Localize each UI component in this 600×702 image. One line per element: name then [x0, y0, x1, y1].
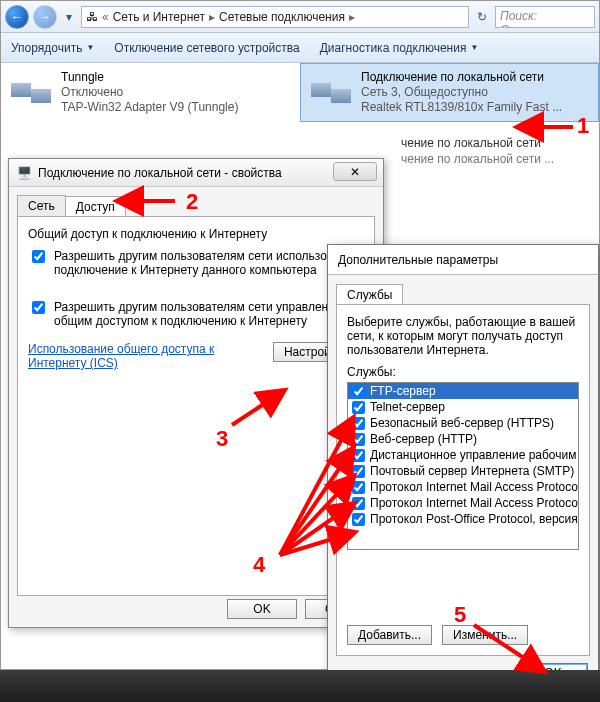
service-checkbox[interactable]: [352, 497, 365, 510]
adapter-icon: [11, 75, 51, 111]
refresh-icon[interactable]: ↻: [477, 10, 487, 24]
service-row[interactable]: Протокол Internet Mail Access Protocol, …: [348, 479, 578, 495]
hidden-conn-name: чение по локальной сети: [1, 122, 599, 150]
network-icon: 🖧: [86, 10, 98, 24]
nav-bar: ← → ▾ 🖧 « Сеть и Интернет ▸ Сетевые подк…: [1, 1, 599, 33]
adapter-small-icon: 🖥️: [17, 166, 32, 180]
service-checkbox[interactable]: [352, 481, 365, 494]
services-label: Службы:: [347, 365, 579, 379]
services-help-text: Выберите службы, работающие в вашей сети…: [347, 315, 579, 357]
allow-control-label: Разрешить другим пользователям сети упра…: [54, 300, 364, 328]
back-button[interactable]: ←: [5, 5, 29, 29]
service-name: FTP-сервер: [370, 384, 436, 398]
allow-connection-label: Разрешить другим пользователям сети испо…: [54, 249, 364, 277]
tabs: Сеть Доступ: [17, 195, 375, 216]
service-name: Дистанционное управление рабочим столом: [370, 448, 579, 462]
conn-device: Realtek RTL8139/810x Family Fast ...: [361, 100, 562, 115]
conn-name: Подключение по локальной сети: [361, 70, 562, 85]
service-row[interactable]: Протокол Post-Office Protocol, версия 3 …: [348, 511, 578, 527]
service-checkbox[interactable]: [352, 449, 365, 462]
service-name: Почтовый сервер Интернета (SMTP): [370, 464, 574, 478]
connection-item-lan[interactable]: Подключение по локальной сети Сеть 3, Об…: [300, 63, 599, 122]
edit-service-button[interactable]: Изменить...: [442, 625, 528, 645]
service-checkbox[interactable]: [352, 433, 365, 446]
search-input[interactable]: Поиск: Сетевые: [495, 6, 595, 28]
taskbar[interactable]: [0, 670, 600, 702]
conn-status: Сеть 3, Общедоступно: [361, 85, 562, 100]
bc-sep-left: «: [102, 10, 109, 24]
service-checkbox[interactable]: [352, 401, 365, 414]
close-button[interactable]: ✕: [333, 162, 377, 181]
breadcrumb[interactable]: 🖧 « Сеть и Интернет ▸ Сетевые подключени…: [81, 6, 469, 28]
ics-link[interactable]: Использование общего доступа к Интернету…: [28, 342, 218, 370]
additional-params-dialog: Дополнительные параметры Службы Выберите…: [327, 244, 599, 694]
service-row[interactable]: Дистанционное управление рабочим столом: [348, 447, 578, 463]
connection-item-tunngle[interactable]: Tunngle Отключено TAP-Win32 Adapter V9 (…: [1, 63, 300, 122]
service-name: Безопасный веб-сервер (HTTPS): [370, 416, 554, 430]
ok-button[interactable]: OK: [227, 599, 297, 619]
service-name: Telnet-сервер: [370, 400, 445, 414]
service-row[interactable]: Веб-сервер (HTTP): [348, 431, 578, 447]
nav-history-dropdown[interactable]: ▾: [61, 5, 77, 29]
service-checkbox[interactable]: [352, 513, 365, 526]
dialog-title: 🖥️ Подключение по локальной сети - свойс…: [9, 159, 383, 187]
bc-sep: ▸: [209, 10, 215, 24]
tab-pane-share: Общий доступ к подключению к Интернету Р…: [17, 216, 375, 596]
dialog2-title: Дополнительные параметры: [328, 245, 598, 275]
services-list[interactable]: FTP-сервер Telnet-сервер Безопасный веб-…: [347, 382, 579, 550]
tab-share[interactable]: Доступ: [65, 196, 126, 217]
disable-device-button[interactable]: Отключение сетевого устройства: [114, 41, 299, 55]
service-name: Веб-сервер (HTTP): [370, 432, 477, 446]
breadcrumb-item[interactable]: Сетевые подключения: [219, 10, 345, 24]
forward-button[interactable]: →: [33, 5, 57, 29]
connections-list: Tunngle Отключено TAP-Win32 Adapter V9 (…: [1, 63, 599, 122]
tab-services[interactable]: Службы: [336, 284, 403, 305]
service-name: Протокол Post-Office Protocol, версия 3 …: [370, 512, 579, 526]
command-bar: Упорядочить▼ Отключение сетевого устройс…: [1, 33, 599, 63]
conn-status: Отключено: [61, 85, 238, 100]
allow-connection-checkbox[interactable]: [32, 250, 45, 263]
add-service-button[interactable]: Добавить...: [347, 625, 432, 645]
service-name: Протокол Internet Mail Access Protocol, …: [370, 480, 579, 494]
service-checkbox[interactable]: [352, 385, 365, 398]
service-row[interactable]: Telnet-сервер: [348, 399, 578, 415]
adapter-icon: [311, 75, 351, 111]
bc-sep: ▸: [349, 10, 355, 24]
tab-network[interactable]: Сеть: [17, 195, 66, 216]
organize-menu[interactable]: Упорядочить▼: [11, 41, 94, 55]
service-checkbox[interactable]: [352, 417, 365, 430]
allow-control-checkbox[interactable]: [32, 301, 45, 314]
breadcrumb-item[interactable]: Сеть и Интернет: [113, 10, 205, 24]
dialog-title-text: Подключение по локальной сети - свойства: [38, 166, 282, 180]
service-row[interactable]: Безопасный веб-сервер (HTTPS): [348, 415, 578, 431]
service-row[interactable]: Почтовый сервер Интернета (SMTP): [348, 463, 578, 479]
service-row[interactable]: FTP-сервер: [348, 383, 578, 399]
service-row[interactable]: Протокол Internet Mail Access Protocol, …: [348, 495, 578, 511]
service-name: Протокол Internet Mail Access Protocol, …: [370, 496, 579, 510]
conn-name: Tunngle: [61, 70, 238, 85]
conn-device: TAP-Win32 Adapter V9 (Tunngle): [61, 100, 238, 115]
services-pane: Выберите службы, работающие в вашей сети…: [336, 304, 590, 656]
diagnose-button[interactable]: Диагностика подключения▼: [320, 41, 479, 55]
group-title: Общий доступ к подключению к Интернету: [28, 227, 364, 241]
service-checkbox[interactable]: [352, 465, 365, 478]
